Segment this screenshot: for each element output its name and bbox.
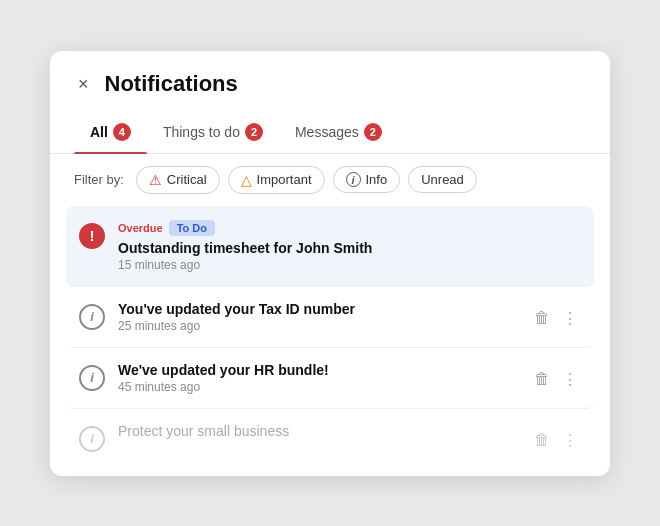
filter-chip-important[interactable]: △ Important [228, 166, 325, 194]
notif-time-2: 25 minutes ago [118, 319, 518, 333]
notif-time-3: 45 minutes ago [118, 380, 518, 394]
filter-chip-info[interactable]: i Info [333, 166, 401, 193]
more-button-2[interactable]: ⋮ [558, 305, 582, 332]
notif-title-3: We've updated your HR bundle! [118, 362, 518, 378]
notif-info-icon-2: i [78, 303, 106, 331]
tab-all[interactable]: All 4 [74, 113, 147, 153]
info-icon-char-4: i [90, 431, 94, 446]
tab-messages-badge: 2 [364, 123, 382, 141]
filter-chip-important-label: Important [257, 172, 312, 187]
notif-title-1: Outstanding timesheet for John Smith [118, 240, 582, 256]
close-button[interactable]: × [74, 73, 93, 95]
tag-todo: To Do [169, 220, 215, 236]
panel-title: Notifications [105, 71, 238, 97]
tab-all-label: All [90, 124, 108, 140]
filter-bar: Filter by: ⚠ Critical △ Important i Info… [50, 154, 610, 206]
tabs-bar: All 4 Things to do 2 Messages 2 [50, 113, 610, 154]
filter-chip-critical[interactable]: ⚠ Critical [136, 166, 220, 194]
more-button-3[interactable]: ⋮ [558, 366, 582, 393]
info-icon-char-3: i [90, 370, 94, 385]
error-icon-char: ! [90, 227, 95, 244]
notif-content-3: We've updated your HR bundle! 45 minutes… [118, 362, 518, 394]
notification-item-2: i You've updated your Tax ID number 25 m… [66, 287, 594, 348]
important-icon: △ [241, 172, 252, 188]
notif-content-2: You've updated your Tax ID number 25 min… [118, 301, 518, 333]
critical-icon: ⚠ [149, 172, 162, 188]
tab-messages[interactable]: Messages 2 [279, 113, 398, 153]
tag-overdue: Overdue [118, 222, 163, 234]
notif-content-4: Protect your small business [118, 423, 518, 441]
filter-chip-unread[interactable]: Unread [408, 166, 477, 193]
notif-actions-4: 🗑 ⋮ [530, 427, 582, 454]
filter-chip-info-label: Info [366, 172, 388, 187]
notifications-list: ! Overdue To Do Outstanding timesheet fo… [50, 206, 610, 468]
notif-actions-3: 🗑 ⋮ [530, 366, 582, 393]
tab-things-to-do[interactable]: Things to do 2 [147, 113, 279, 153]
notif-title-2: You've updated your Tax ID number [118, 301, 518, 317]
notif-content-1: Overdue To Do Outstanding timesheet for … [118, 220, 582, 272]
filter-chip-critical-label: Critical [167, 172, 207, 187]
info-chip-icon: i [346, 172, 361, 187]
delete-button-2[interactable]: 🗑 [530, 305, 554, 331]
notif-error-icon-1: ! [78, 222, 106, 250]
notif-title-4: Protect your small business [118, 423, 518, 439]
notif-info-icon-3: i [78, 364, 106, 392]
delete-button-4[interactable]: 🗑 [530, 427, 554, 453]
filter-label: Filter by: [74, 172, 124, 187]
more-button-4[interactable]: ⋮ [558, 427, 582, 454]
info-icon-char: i [90, 309, 94, 324]
notif-info-icon-4: i [78, 425, 106, 453]
delete-button-3[interactable]: 🗑 [530, 366, 554, 392]
tab-messages-label: Messages [295, 124, 359, 140]
panel-header: × Notifications [50, 51, 610, 113]
notification-item-1: ! Overdue To Do Outstanding timesheet fo… [66, 206, 594, 287]
notif-tags-1: Overdue To Do [118, 220, 582, 236]
notification-item-3: i We've updated your HR bundle! 45 minut… [66, 348, 594, 409]
notification-item-4: i Protect your small business 🗑 ⋮ [66, 409, 594, 468]
tab-things-to-do-badge: 2 [245, 123, 263, 141]
notifications-panel: × Notifications All 4 Things to do 2 Mes… [50, 51, 610, 476]
notif-time-1: 15 minutes ago [118, 258, 582, 272]
filter-chip-unread-label: Unread [421, 172, 464, 187]
tab-things-to-do-label: Things to do [163, 124, 240, 140]
notif-actions-2: 🗑 ⋮ [530, 305, 582, 332]
tab-all-badge: 4 [113, 123, 131, 141]
